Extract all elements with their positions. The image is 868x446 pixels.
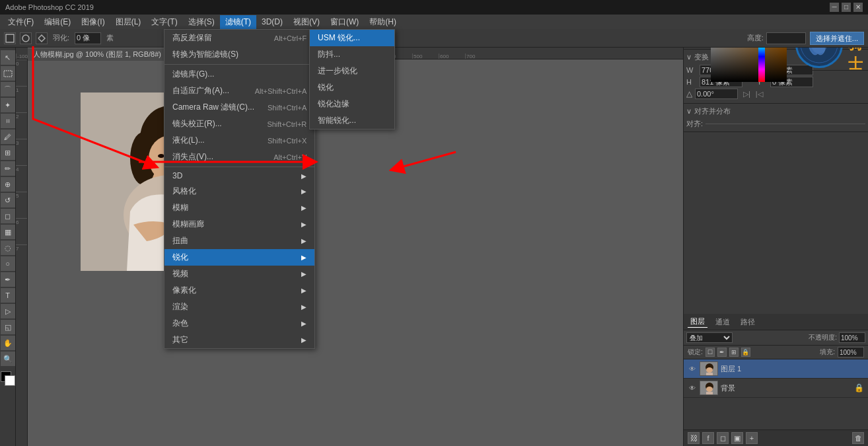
tool-shape[interactable]: ◱: [1, 320, 15, 334]
menu-bar: 文件(F) 编辑(E) 图像(I) 图层(L) 文字(T) 选择(S) 滤镜(T…: [0, 15, 868, 29]
layer-name-1: 图层 1: [721, 364, 864, 374]
menu-text[interactable]: 文字(T): [146, 15, 182, 29]
app-title: Adobe Photoshop CC 2019: [5, 3, 94, 11]
tool-zoom[interactable]: 🔍: [1, 352, 15, 366]
minimize-button[interactable]: ─: [830, 3, 839, 12]
menu-filter[interactable]: 滤镜(T): [220, 15, 256, 29]
menu-noise[interactable]: 杂色 ▶: [164, 315, 314, 332]
background-color[interactable]: [5, 375, 15, 386]
menu-edit[interactable]: 编辑(E): [39, 15, 76, 29]
menu-pixelate[interactable]: 像素化 ▶: [164, 282, 314, 299]
delete-layer-btn[interactable]: 🗑: [852, 432, 864, 444]
add-mask-btn[interactable]: ◻: [717, 432, 729, 444]
layer-row-1[interactable]: 👁 图层 1: [684, 359, 868, 379]
menu-usm-sharpen[interactable]: USM 锐化...: [310, 30, 394, 46]
tool-text[interactable]: T: [1, 288, 15, 303]
menu-other[interactable]: 其它 ▶: [164, 332, 314, 348]
menu-camera-raw[interactable]: Camera Raw 滤镜(C)... Shift+Ctrl+A: [164, 99, 314, 116]
menu-divider-1: [164, 64, 314, 65]
menu-filter-high-pass[interactable]: 高反差保留 Alt+Ctrl+F: [164, 30, 314, 46]
menu-liquify[interactable]: 液化(L)... Shift+Ctrl+X: [164, 132, 314, 149]
menu-video[interactable]: 视频 ▶: [164, 266, 314, 282]
tool-eyedropper[interactable]: 🖉: [1, 130, 15, 144]
tool-gradient[interactable]: ▦: [1, 225, 15, 239]
tool-hand[interactable]: ✋: [1, 336, 15, 350]
opacity-input[interactable]: [839, 332, 865, 343]
svg-point-22: [706, 367, 713, 373]
layer-visibility-bg[interactable]: 👁: [688, 383, 697, 392]
menu-blur[interactable]: 模糊 ▶: [164, 200, 314, 216]
menu-shake-reduce[interactable]: 防抖...: [310, 46, 394, 63]
menu-file[interactable]: 文件(F): [3, 15, 39, 29]
menu-sharpen[interactable]: 锐化 ▶: [164, 249, 314, 266]
options-toolbar: 羽化: 素 高度: 选择并遮住...: [0, 29, 868, 48]
fill-input[interactable]: [838, 347, 864, 357]
tool-blur[interactable]: ◌: [1, 241, 15, 255]
tool-dodge[interactable]: ○: [1, 256, 15, 271]
menu-render[interactable]: 渲染 ▶: [164, 299, 314, 315]
tool-brush[interactable]: ✏: [1, 161, 15, 176]
tool-history-brush[interactable]: ↺: [1, 193, 15, 207]
lock-artboard-btn[interactable]: ⊞: [729, 348, 739, 357]
tool-shape-circle[interactable]: [20, 32, 32, 44]
menu-vanish-point[interactable]: 消失点(V)... Alt+Ctrl+V: [164, 149, 314, 165]
tool-stamp[interactable]: ⊕: [1, 177, 15, 192]
tool-shape-rect[interactable]: [4, 32, 16, 44]
add-style-btn[interactable]: f: [702, 432, 714, 444]
tool-shape-lasso[interactable]: [36, 32, 48, 44]
layers-panel: 图层 通道 路径 叠加 正常 溶解 不透明度: 锁定: ☐ ✒ ⊞ 🔒 填充:: [684, 314, 868, 446]
menu-image[interactable]: 图像(I): [76, 15, 110, 29]
layer-name-bg: 背景: [721, 383, 849, 393]
menu-select[interactable]: 选择(S): [183, 15, 220, 29]
document-tab[interactable]: 人物模糊.jpg @ 100% (图层 1, RGB/8#): [28, 48, 167, 61]
menu-lens-correct[interactable]: 镜头校正(R)... Shift+Ctrl+R: [164, 116, 314, 132]
menu-3d[interactable]: 3D ▶: [164, 168, 314, 183]
tool-lasso[interactable]: ⌒: [1, 82, 15, 96]
feather-label: 羽化:: [53, 33, 69, 43]
vertical-ruler: 0 1 2 3 4 5 6 7: [16, 59, 28, 446]
lock-position-btn[interactable]: ✒: [717, 348, 727, 357]
menu-stylize[interactable]: 风格化 ▶: [164, 183, 314, 200]
tool-pen[interactable]: ✒: [1, 272, 15, 287]
menu-smart-sharpen[interactable]: 智能锐化...: [310, 112, 394, 129]
select-mask-button[interactable]: 选择并遮住...: [810, 32, 864, 45]
menu-sharpen-edges[interactable]: 锐化边缘: [310, 96, 394, 112]
close-button[interactable]: ✕: [853, 3, 863, 12]
menu-adaptive-wide[interactable]: 自适应广角(A)... Alt+Shift+Ctrl+A: [164, 83, 314, 99]
tool-select-path[interactable]: ▷: [1, 304, 15, 318]
layers-tab-layers[interactable]: 图层: [688, 316, 707, 328]
tool-move[interactable]: ↖: [1, 50, 15, 65]
lock-pixels-btn[interactable]: ☐: [705, 348, 715, 357]
menu-filter-gallery[interactable]: 滤镜库(G)...: [164, 66, 314, 83]
menu-blur-gallery[interactable]: 模糊画廊 ▶: [164, 216, 314, 233]
layers-tab-channels[interactable]: 通道: [713, 316, 733, 328]
window-controls[interactable]: ─ □ ✕: [830, 3, 863, 12]
feather-input[interactable]: [75, 32, 101, 44]
blend-mode-select[interactable]: 叠加 正常 溶解: [686, 332, 733, 343]
height-input[interactable]: [766, 32, 806, 44]
menu-help[interactable]: 帮助(H): [364, 15, 402, 29]
menu-3d[interactable]: 3D(D): [256, 16, 288, 28]
tool-magic-wand[interactable]: ✦: [1, 98, 15, 112]
menu-sharpen-more[interactable]: 进一步锐化: [310, 63, 394, 79]
menu-view[interactable]: 视图(V): [288, 15, 325, 29]
menu-distort[interactable]: 扭曲 ▶: [164, 233, 314, 249]
layers-tab-paths[interactable]: 路径: [738, 316, 758, 328]
new-group-btn[interactable]: ▣: [731, 432, 743, 444]
lock-all-btn[interactable]: 🔒: [741, 348, 750, 357]
link-layers-btn[interactable]: ⛓: [688, 432, 700, 444]
new-layer-btn[interactable]: +: [746, 432, 758, 444]
angle-input[interactable]: [695, 89, 738, 99]
tool-patch[interactable]: ⊞: [1, 145, 15, 160]
tool-eraser[interactable]: ◻: [1, 209, 15, 223]
menu-sharpen-basic[interactable]: 锐化: [310, 79, 394, 96]
layer-visibility-1[interactable]: 👁: [688, 364, 697, 373]
menu-window[interactable]: 窗口(W): [325, 15, 364, 29]
tool-crop[interactable]: ⌗: [1, 114, 15, 128]
tool-select-rect[interactable]: [1, 66, 15, 81]
menu-convert-smart[interactable]: 转换为智能滤镜(S): [164, 46, 314, 63]
menu-layer[interactable]: 图层(L): [110, 15, 147, 29]
right-panel: 云骑士 属性 调整 像素图层 ∨ 变换 W ⛓ X: [683, 15, 868, 446]
maximize-button[interactable]: □: [842, 3, 851, 12]
layer-row-bg[interactable]: 👁 背景 🔒: [684, 379, 868, 398]
